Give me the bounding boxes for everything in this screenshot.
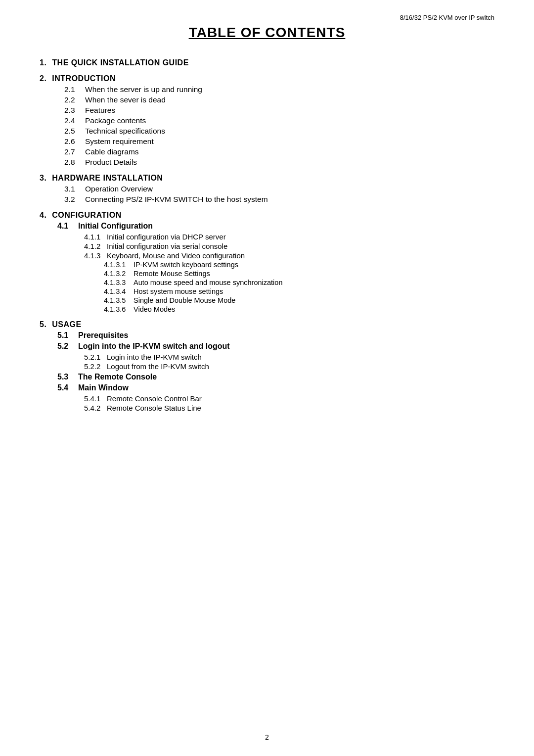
- toc-item-5-4-1: 5.4.1 Remote Console Control Bar: [84, 394, 494, 403]
- toc-num-5-4-1: 5.4.1: [84, 394, 107, 403]
- toc-label-5: USAGE: [52, 320, 81, 329]
- toc-label-2-7: Cable diagrams: [85, 147, 139, 156]
- toc-item-5-2-2: 5.2.2 Logout from the IP-KVM switch: [84, 362, 494, 371]
- toc-section-2: 2. INTRODUCTION 2.1 When the server is u…: [40, 74, 494, 167]
- toc-num-5-3: 5.3: [57, 373, 78, 381]
- toc-item-3: 3. HARDWARE INSTALLATION: [40, 174, 494, 183]
- header-product-name: 8/16/32 PS/2 KVM over IP switch: [400, 14, 494, 21]
- toc-label-2-2: When the sever is dead: [85, 95, 166, 104]
- toc-item-5-4: 5.4 Main Window: [57, 383, 494, 392]
- toc-num-3-1: 3.1: [64, 185, 85, 193]
- toc-label-5-4: Main Window: [78, 383, 129, 392]
- toc-num-4-1-3: 4.1.3: [84, 251, 107, 260]
- toc-item-4-1-3-6: 4.1.3.6 Video Modes: [104, 305, 494, 313]
- toc-item-4-1-3-5: 4.1.3.5 Single and Double Mouse Mode: [104, 296, 494, 304]
- toc-num-4-1-3-1: 4.1.3.1: [104, 261, 134, 269]
- toc-num-2-4: 2.4: [64, 116, 85, 125]
- toc-item-2-8: 2.8 Product Details: [64, 158, 494, 167]
- toc-label-5-2-1: Login into the IP-KVM switch: [107, 353, 202, 361]
- toc-num-4-1-2: 4.1.2: [84, 242, 107, 250]
- page-title: TABLE OF CONTENTS: [40, 25, 494, 41]
- toc-item-4-1-3-2: 4.1.3.2 Remote Mouse Settings: [104, 270, 494, 278]
- toc-label-4-1-1: Initial configuration via DHCP server: [107, 233, 226, 241]
- toc-num-4: 4.: [40, 211, 46, 219]
- toc-num-5-4-2: 5.4.2: [84, 404, 107, 412]
- toc-num-2-6: 2.6: [64, 137, 85, 146]
- page-number: 2: [0, 733, 534, 741]
- toc-item-4-1-3-4: 4.1.3.4 Host system mouse settings: [104, 287, 494, 295]
- toc-num-2: 2.: [40, 74, 46, 83]
- toc-num-2-5: 2.5: [64, 127, 85, 136]
- toc-label-4-1-3-2: Remote Mouse Settings: [134, 270, 210, 278]
- toc-item-5-1: 5.1 Prerequisites: [57, 331, 494, 340]
- toc-item-5-2: 5.2 Login into the IP-KVM switch and log…: [57, 342, 494, 351]
- toc-label-3-1: Operation Overview: [85, 185, 153, 193]
- toc-item-4-1-3-3: 4.1.3.3 Auto mouse speed and mouse synch…: [104, 279, 494, 286]
- toc-num-1: 1.: [40, 58, 46, 67]
- toc-label-2-4: Package contents: [85, 116, 146, 125]
- toc-item-2-6: 2.6 System requirement: [64, 137, 494, 146]
- toc-num-4-1-3-3: 4.1.3.3: [104, 279, 134, 286]
- toc-num-2-2: 2.2: [64, 95, 85, 104]
- toc-item-5-4-2: 5.4.2 Remote Console Status Line: [84, 404, 494, 412]
- toc-label-3-2: Connecting PS/2 IP-KVM SWITCH to the hos…: [85, 195, 268, 204]
- toc-label-4-1-2: Initial configuration via serial console: [107, 242, 227, 250]
- toc-item-5-3: 5.3 The Remote Console: [57, 373, 494, 381]
- toc-label-4-1-3-4: Host system mouse settings: [134, 287, 223, 295]
- toc-item-5: 5. USAGE: [40, 320, 494, 329]
- toc-num-5-4: 5.4: [57, 383, 78, 392]
- toc-num-4-1-3-5: 4.1.3.5: [104, 296, 134, 304]
- toc-item-4-1-3-1: 4.1.3.1 IP-KVM switch keyboard settings: [104, 261, 494, 269]
- toc-item-2-5: 2.5 Technical specifications: [64, 127, 494, 136]
- toc-label-4-1-3-1: IP-KVM switch keyboard settings: [134, 261, 238, 269]
- toc-num-4-1-1: 4.1.1: [84, 233, 107, 241]
- toc-item-4-1-2: 4.1.2 Initial configuration via serial c…: [84, 242, 494, 250]
- toc-num-3-2: 3.2: [64, 195, 85, 204]
- toc-section-1: 1. THE QUICK INSTALLATION GUIDE: [40, 58, 494, 67]
- toc-num-2-7: 2.7: [64, 147, 85, 156]
- toc-label-2: INTRODUCTION: [52, 74, 116, 83]
- toc-num-4-1-3-2: 4.1.3.2: [104, 270, 134, 278]
- toc-label-5-3: The Remote Console: [78, 373, 157, 381]
- toc-item-4-1: 4.1 Initial Configuration: [57, 222, 494, 231]
- toc-num-2-8: 2.8: [64, 158, 85, 167]
- toc-num-2-1: 2.1: [64, 85, 85, 94]
- toc-section-4: 4. CONFIGURATION 4.1 Initial Configurati…: [40, 211, 494, 313]
- toc-num-4-1-3-4: 4.1.3.4: [104, 287, 134, 295]
- toc-label-2-6: System requirement: [85, 137, 154, 146]
- toc-num-5-1: 5.1: [57, 331, 78, 340]
- toc-item-3-2: 3.2 Connecting PS/2 IP-KVM SWITCH to the…: [64, 195, 494, 204]
- toc-item-5-2-1: 5.2.1 Login into the IP-KVM switch: [84, 353, 494, 361]
- toc-item-2-2: 2.2 When the sever is dead: [64, 95, 494, 104]
- toc-item-2-3: 2.3 Features: [64, 106, 494, 115]
- toc-label-5-2-2: Logout from the IP-KVM switch: [107, 362, 209, 371]
- toc-item-2: 2. INTRODUCTION: [40, 74, 494, 83]
- toc-num-5-2-2: 5.2.2: [84, 362, 107, 371]
- toc-label-2-3: Features: [85, 106, 115, 115]
- toc-label-4: CONFIGURATION: [52, 211, 121, 219]
- toc-item-4: 4. CONFIGURATION: [40, 211, 494, 220]
- toc-item-2-7: 2.7 Cable diagrams: [64, 147, 494, 156]
- toc-num-2-3: 2.3: [64, 106, 85, 115]
- toc-label-5-2: Login into the IP-KVM switch and logout: [78, 342, 230, 351]
- toc-item-1: 1. THE QUICK INSTALLATION GUIDE: [40, 58, 494, 67]
- toc-num-5-2: 5.2: [57, 342, 78, 351]
- toc-item-2-1: 2.1 When the server is up and running: [64, 85, 494, 94]
- toc-label-2-1: When the server is up and running: [85, 85, 202, 94]
- toc-label-5-1: Prerequisites: [78, 331, 128, 340]
- toc-num-3: 3.: [40, 174, 46, 182]
- toc-label-5-4-2: Remote Console Status Line: [107, 404, 201, 412]
- toc-num-4-1-3-6: 4.1.3.6: [104, 305, 134, 313]
- toc-item-4-1-1: 4.1.1 Initial configuration via DHCP ser…: [84, 233, 494, 241]
- toc-label-4-1-3-3: Auto mouse speed and mouse synchronizati…: [134, 279, 282, 286]
- toc-num-5-2-1: 5.2.1: [84, 353, 107, 361]
- toc-label-2-5: Technical specifications: [85, 127, 165, 136]
- page-container: 8/16/32 PS/2 KVM over IP switch TABLE OF…: [0, 0, 534, 756]
- toc-label-3: HARDWARE INSTALLATION: [52, 174, 163, 182]
- toc-label-1: THE QUICK INSTALLATION GUIDE: [52, 58, 189, 67]
- toc-label-4-1-3-5: Single and Double Mouse Mode: [134, 296, 235, 304]
- toc-label-2-8: Product Details: [85, 158, 137, 167]
- toc-num-5: 5.: [40, 320, 46, 329]
- toc-label-5-4-1: Remote Console Control Bar: [107, 394, 202, 403]
- toc-section-5: 5. USAGE 5.1 Prerequisites 5.2 Login int…: [40, 320, 494, 412]
